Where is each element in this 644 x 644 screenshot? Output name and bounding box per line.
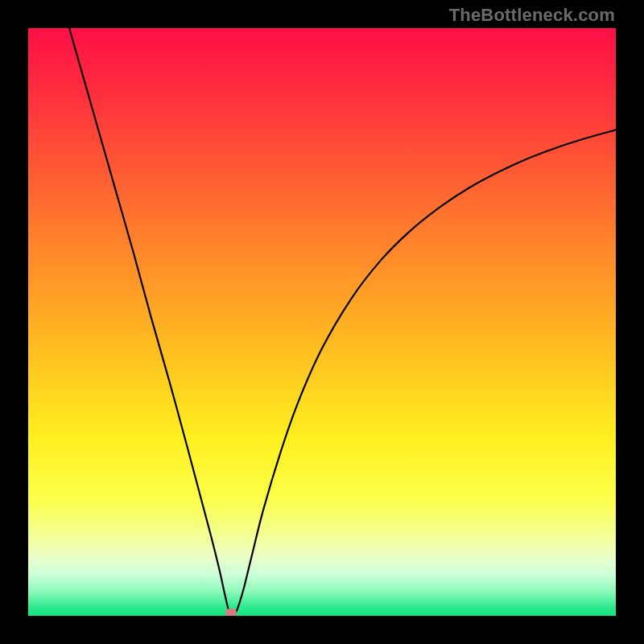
bottleneck-curve <box>28 28 616 616</box>
chart-frame: TheBottleneck.com <box>0 0 644 644</box>
optimal-marker <box>225 609 237 616</box>
watermark-text: TheBottleneck.com <box>449 5 615 26</box>
plot-area <box>28 28 616 616</box>
